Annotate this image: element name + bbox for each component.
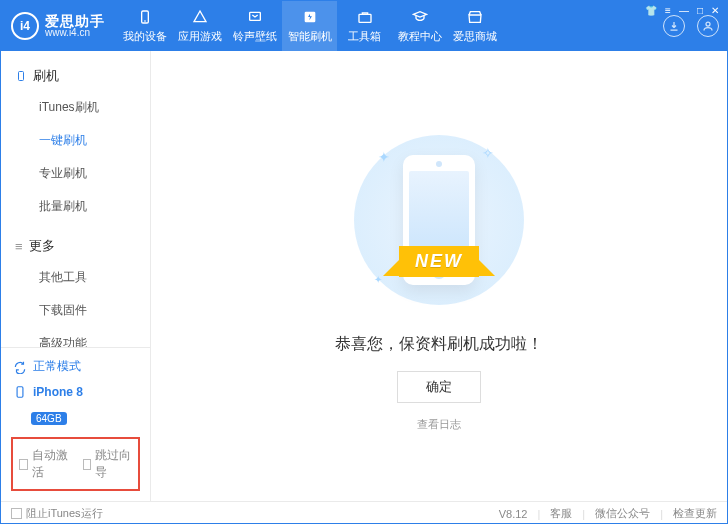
nav-label: 应用游戏 [178,29,222,44]
device-icon [136,8,154,26]
hero-illustration: ✦ ✧ ✦ NEW [334,120,544,320]
main-content: ✦ ✧ ✦ NEW 恭喜您，保资料刷机成功啦！ 确定 查看日志 [151,51,727,501]
device-info[interactable]: iPhone 8 [13,385,138,399]
brand-subtitle: www.i4.cn [45,28,105,38]
sidebar: 刷机 iTunes刷机 一键刷机 专业刷机 批量刷机 ≡ 更多 其他工具 下载固… [1,51,151,501]
ringtone-icon [246,8,264,26]
sidebar-section-more: ≡ 更多 [1,231,150,261]
view-log-link[interactable]: 查看日志 [417,417,461,432]
close-icon[interactable]: ✕ [711,5,719,16]
svg-rect-6 [19,72,24,81]
statusbar: 阻止iTunes运行 V8.12 | 客服 | 微信公众号 | 检查更新 [1,501,727,524]
sidebar-item-download[interactable]: 下载固件 [1,294,150,327]
checkbox-auto-activate[interactable]: 自动激活 [19,447,69,481]
storage-badge: 64GB [31,412,67,425]
version-label: V8.12 [499,508,528,520]
sidebar-item-oneclick[interactable]: 一键刷机 [1,124,150,157]
success-message: 恭喜您，保资料刷机成功啦！ [335,334,543,355]
svg-point-5 [706,22,710,26]
maximize-icon[interactable]: □ [697,5,703,16]
more-icon: ≡ [15,239,23,254]
brand: i4 爱思助手 www.i4.cn [11,12,105,40]
minimize-icon[interactable]: — [679,5,689,16]
nav-toolbox[interactable]: 工具箱 [337,1,392,51]
skin-icon[interactable]: 👕 [645,5,657,16]
svg-rect-7 [17,387,23,398]
new-ribbon: NEW [359,246,519,277]
svg-rect-4 [359,14,371,22]
options-highlight: 自动激活 跳过向导 [11,437,140,491]
mode-normal[interactable]: 正常模式 [13,358,138,375]
sidebar-item-pro[interactable]: 专业刷机 [1,157,150,190]
menu-icon[interactable]: ≡ [665,5,671,16]
nav-tutorial[interactable]: 教程中心 [392,1,447,51]
sparkle-icon: ✧ [482,145,494,161]
brand-logo-icon: i4 [11,12,39,40]
checkbox-block-itunes[interactable]: 阻止iTunes运行 [11,506,103,521]
nav-label: 铃声壁纸 [233,29,277,44]
nav-ringtone[interactable]: 铃声壁纸 [227,1,282,51]
user-button[interactable] [697,15,719,37]
tutorial-icon [411,8,429,26]
download-button[interactable] [663,15,685,37]
nav-label: 教程中心 [398,29,442,44]
titlebar: i4 爱思助手 www.i4.cn 我的设备 应用游戏 铃声壁纸 智能刷机 工具… [1,1,727,51]
sidebar-section-flash: 刷机 [1,61,150,91]
refresh-icon [13,360,27,374]
store-icon [466,8,484,26]
apps-icon [191,8,209,26]
wechat-link[interactable]: 微信公众号 [595,506,650,521]
brand-title: 爱思助手 [45,14,105,28]
ok-button[interactable]: 确定 [397,371,481,403]
nav-store[interactable]: 爱思商城 [447,1,502,51]
nav-flash[interactable]: 智能刷机 [282,1,337,51]
sidebar-item-batch[interactable]: 批量刷机 [1,190,150,223]
nav-my-device[interactable]: 我的设备 [117,1,172,51]
nav-label: 工具箱 [348,29,381,44]
nav-label: 我的设备 [123,29,167,44]
checkbox-skip-guide[interactable]: 跳过向导 [83,447,133,481]
phone-icon [15,69,27,83]
nav-label: 爱思商城 [453,29,497,44]
toolbox-icon [356,8,374,26]
update-link[interactable]: 检查更新 [673,506,717,521]
sidebar-item-advanced[interactable]: 高级功能 [1,327,150,347]
device-icon [13,385,27,399]
sparkle-icon: ✦ [378,149,390,165]
window-controls: 👕 ≡ — □ ✕ [645,5,719,16]
support-link[interactable]: 客服 [550,506,572,521]
sidebar-item-other[interactable]: 其他工具 [1,261,150,294]
top-nav: 我的设备 应用游戏 铃声壁纸 智能刷机 工具箱 教程中心 爱思商城 [117,1,502,51]
flash-icon [301,8,319,26]
nav-label: 智能刷机 [288,29,332,44]
nav-apps[interactable]: 应用游戏 [172,1,227,51]
sidebar-item-itunes[interactable]: iTunes刷机 [1,91,150,124]
